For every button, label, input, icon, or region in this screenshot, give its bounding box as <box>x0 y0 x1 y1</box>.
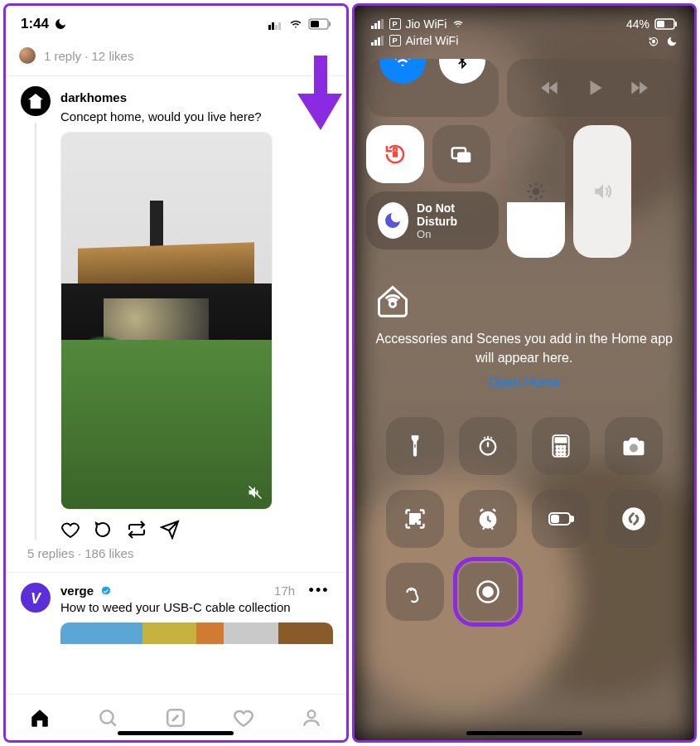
flashlight-button[interactable] <box>386 417 444 475</box>
svg-rect-22 <box>392 151 397 157</box>
sim-p-icon: P <box>389 35 401 46</box>
control-center-screenshot: P Jio WiFi P Airtel WiFi 44% <box>352 3 698 743</box>
qr-scanner-button[interactable] <box>386 490 444 548</box>
svg-point-38 <box>559 453 562 456</box>
svg-rect-2 <box>275 25 278 30</box>
engagement-row[interactable]: 5 replies · 186 likes <box>6 546 346 572</box>
thread-line <box>35 123 36 540</box>
svg-rect-0 <box>268 25 271 30</box>
share-button[interactable] <box>160 520 180 540</box>
wifi-icon <box>288 18 303 30</box>
now-playing-tile[interactable] <box>507 59 683 117</box>
play-icon[interactable] <box>584 77 606 99</box>
svg-rect-16 <box>378 37 380 46</box>
rotation-lock-toggle[interactable] <box>366 125 424 183</box>
svg-rect-19 <box>657 21 664 27</box>
post-timestamp: 17h <box>274 584 295 598</box>
author-avatar[interactable] <box>21 86 51 116</box>
post-menu-button[interactable]: ••• <box>306 579 333 602</box>
home-accessories-panel: Accessories and Scenes you add in the Ho… <box>366 283 683 390</box>
tab-home[interactable] <box>6 695 74 740</box>
home-icon <box>374 283 675 319</box>
svg-point-50 <box>622 508 645 531</box>
carrier-1: Jio WiFi <box>406 17 447 31</box>
svg-point-9 <box>308 710 316 718</box>
svg-rect-10 <box>371 26 374 29</box>
screen-mirroring-button[interactable] <box>432 125 490 183</box>
screen-record-button[interactable] <box>459 563 517 621</box>
svg-rect-14 <box>371 42 374 46</box>
calculator-button[interactable] <box>532 417 590 475</box>
svg-point-32 <box>559 446 562 448</box>
svg-point-33 <box>563 446 566 448</box>
battery-icon <box>654 18 678 30</box>
moon-icon <box>378 202 409 239</box>
rewind-icon[interactable] <box>539 77 561 99</box>
svg-point-31 <box>556 446 558 448</box>
author-username[interactable]: verge <box>60 584 94 598</box>
camera-button[interactable] <box>605 417 663 475</box>
svg-point-35 <box>559 449 562 452</box>
alarm-button[interactable] <box>459 490 517 548</box>
wifi-icon <box>451 19 465 29</box>
post[interactable]: V verge 17h ••• How to weed your USB-C <box>6 573 346 651</box>
svg-rect-30 <box>555 438 566 443</box>
post-text: Concept home, would you live here? <box>60 109 333 124</box>
svg-point-26 <box>389 301 395 307</box>
svg-point-7 <box>100 710 113 723</box>
svg-point-40 <box>630 444 638 453</box>
low-power-mode-button[interactable] <box>532 490 590 548</box>
mute-icon[interactable] <box>247 484 263 501</box>
home-indicator[interactable] <box>118 731 234 735</box>
home-indicator[interactable] <box>466 731 582 735</box>
author-username[interactable]: darkhomes <box>60 90 127 104</box>
svg-point-37 <box>556 453 558 456</box>
hearing-button[interactable] <box>386 563 444 621</box>
post-image[interactable] <box>60 622 333 644</box>
clock-time: 1:44 <box>21 16 49 32</box>
like-button[interactable] <box>60 520 80 540</box>
tab-profile[interactable] <box>278 695 345 740</box>
open-home-link[interactable]: Open Home <box>489 375 560 390</box>
svg-rect-20 <box>675 22 677 27</box>
svg-rect-11 <box>374 23 377 29</box>
volume-slider[interactable] <box>573 125 631 258</box>
timer-button[interactable] <box>459 417 517 475</box>
engagement-text: 5 replies · 186 likes <box>27 546 133 560</box>
post-video[interactable] <box>60 132 273 510</box>
comment-button[interactable] <box>94 520 113 540</box>
svg-rect-13 <box>381 19 384 29</box>
prev-engagement-text: 1 reply · 12 likes <box>44 49 133 63</box>
svg-rect-21 <box>653 40 654 43</box>
connectivity-row-peek <box>366 59 683 117</box>
shazam-button[interactable] <box>605 490 663 548</box>
focus-toggle[interactable]: Do Not Disturb On <box>366 191 499 249</box>
post-text: How to weed your USB-C cable collection <box>60 600 333 614</box>
carrier-2: Airtel WiFi <box>406 34 459 47</box>
status-bar: P Jio WiFi P Airtel WiFi 44% <box>366 6 683 54</box>
svg-rect-45 <box>418 522 419 524</box>
svg-rect-27 <box>414 444 416 448</box>
svg-point-34 <box>556 449 558 452</box>
brightness-slider[interactable] <box>507 125 565 258</box>
svg-rect-24 <box>457 153 471 163</box>
prev-post-engagement-row[interactable]: 1 reply · 12 likes <box>6 42 346 75</box>
svg-point-39 <box>563 453 566 456</box>
post-menu-button[interactable]: ••• <box>306 86 333 108</box>
svg-point-52 <box>483 588 492 597</box>
repost-button[interactable] <box>127 520 147 540</box>
battery-percentage: 44% <box>626 17 649 31</box>
dnd-moon-icon <box>54 17 67 31</box>
wifi-toggle[interactable] <box>379 59 426 84</box>
feed-scroll[interactable]: 1 reply · 12 likes darkhomes ••• Concept… <box>6 42 346 694</box>
focus-state: On <box>417 228 486 240</box>
forward-icon[interactable] <box>628 77 649 99</box>
post[interactable]: darkhomes ••• Concept home, would you li… <box>6 76 346 546</box>
tab-bar <box>6 694 346 740</box>
svg-rect-42 <box>416 515 420 519</box>
author-avatar[interactable]: V <box>21 583 51 613</box>
svg-rect-49 <box>552 516 558 522</box>
svg-rect-17 <box>381 36 384 46</box>
svg-rect-15 <box>374 40 377 46</box>
bluetooth-toggle[interactable] <box>439 59 485 84</box>
